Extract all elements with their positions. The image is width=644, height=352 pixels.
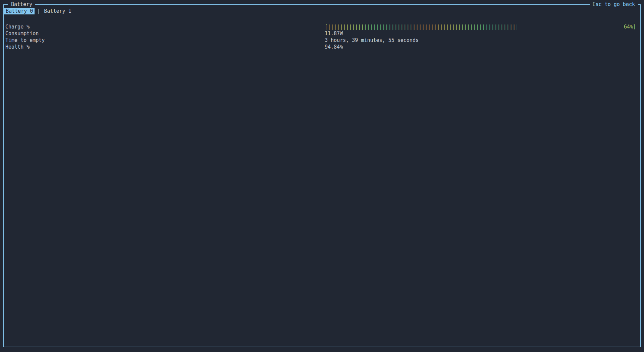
health-value: 94.84% [325, 44, 636, 50]
time-to-empty-value: 3 hours, 39 minutes, 55 seconds [325, 37, 636, 44]
tab-battery-1[interactable]: Battery 1 [42, 8, 73, 14]
consumption-row: Consumption 11.87W [5, 30, 636, 37]
consumption-value: 11.87W [325, 30, 636, 37]
gauge-close-bracket: ] [633, 23, 636, 30]
battery-tabs: Battery 0 | Battery 1 [4, 8, 73, 14]
battery-widget-frame: Battery Esc to go back Battery 0 | Batte… [3, 4, 641, 347]
time-to-empty-row: Time to empty 3 hours, 39 minutes, 55 se… [5, 37, 636, 44]
charge-row: Charge % [ |||||||||||||||||||||||||||||… [5, 23, 636, 30]
tab-separator: | [35, 8, 42, 14]
gauge-track: ||||||||||||||||||||||||||||||||||||||||… [328, 23, 624, 30]
gauge-percent-label: 64% [624, 23, 633, 30]
tab-battery-0[interactable]: Battery 0 [4, 8, 35, 14]
battery-stats: Charge % [ |||||||||||||||||||||||||||||… [5, 23, 636, 50]
consumption-label: Consumption [5, 30, 325, 37]
time-to-empty-label: Time to empty [5, 37, 325, 44]
charge-label: Charge % [5, 23, 325, 30]
health-row: Health % 94.84% [5, 44, 636, 50]
health-label: Health % [5, 44, 325, 50]
gauge-fill: ||||||||||||||||||||||||||||||||||||||||… [328, 23, 517, 30]
widget-content: Battery 0 | Battery 1 Charge % [ |||||||… [4, 5, 640, 347]
gauge-open-bracket: [ [325, 23, 328, 30]
charge-gauge: [ ||||||||||||||||||||||||||||||||||||||… [325, 23, 636, 30]
